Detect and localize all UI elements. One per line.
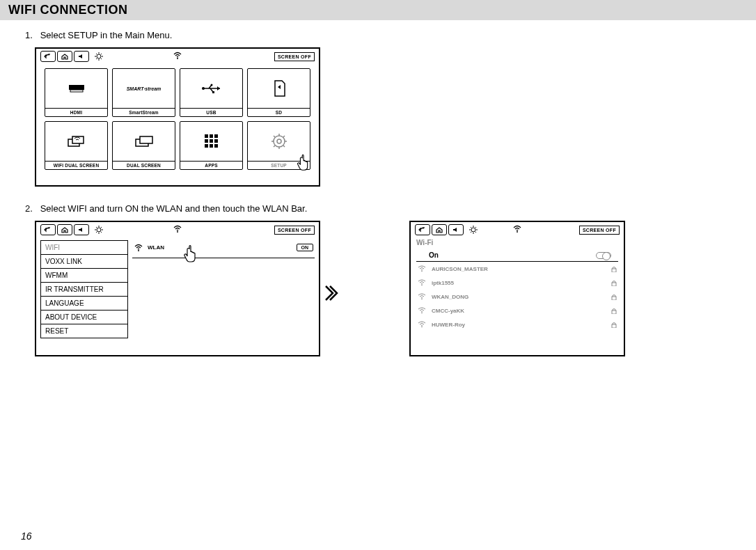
network-row[interactable]: CMCC-yaKK — [416, 304, 618, 317]
wifi-dual-icon — [45, 122, 107, 161]
screen-off-button[interactable]: SCREEN OFF — [579, 226, 620, 235]
tile-wifi-dual-label: WIFI DUAL SCREEN — [45, 161, 107, 169]
wifi-icon — [418, 265, 426, 272]
network-row[interactable]: iptk1555 — [416, 276, 618, 290]
wifi-icon — [134, 244, 143, 252]
svg-line-45 — [101, 232, 102, 233]
svg-line-57 — [471, 232, 471, 233]
sidebar-item-wifi[interactable]: WIFI — [41, 241, 127, 255]
brightness-icon[interactable] — [92, 51, 106, 62]
network-row[interactable]: AURICSON_MASTER — [416, 262, 618, 276]
network-row[interactable]: WKAN_DONG — [416, 290, 618, 304]
svg-line-58 — [475, 227, 476, 228]
wifi-icon — [512, 223, 522, 236]
sd-icon — [248, 69, 310, 108]
step-2-num: 2. — [25, 203, 38, 214]
home-icon[interactable] — [57, 224, 72, 235]
svg-rect-67 — [612, 311, 616, 314]
tile-apps-label: APPS — [180, 161, 242, 169]
arrow-right-icon — [320, 283, 340, 303]
home-icon[interactable] — [57, 51, 72, 62]
wifi-list-screenshot: SCREEN OFF Wi-Fi On AURICSON_MASTER iptk… — [409, 221, 625, 356]
svg-line-55 — [471, 227, 471, 228]
wlan-bar[interactable]: WLAN ON — [132, 240, 315, 258]
network-name: HUWER-Roy — [432, 322, 465, 328]
svg-line-38 — [283, 136, 285, 137]
svg-point-59 — [517, 231, 518, 233]
wifi-toggle[interactable] — [596, 252, 611, 259]
back-icon[interactable] — [40, 51, 56, 62]
svg-point-9 — [177, 58, 178, 59]
svg-rect-24 — [210, 139, 213, 143]
svg-rect-21 — [210, 134, 213, 138]
home-icon[interactable] — [432, 224, 447, 235]
wifi-icon — [418, 307, 426, 314]
sidebar-item-ir[interactable]: IR TRANSMITTER — [41, 283, 127, 297]
svg-rect-10 — [69, 85, 84, 90]
svg-line-47 — [101, 227, 102, 228]
tile-sd[interactable]: SD — [247, 68, 310, 117]
svg-line-7 — [96, 58, 97, 59]
wifi-on-row[interactable]: On — [416, 249, 618, 262]
svg-rect-26 — [205, 144, 208, 148]
svg-point-14 — [210, 84, 212, 86]
svg-point-62 — [421, 285, 423, 286]
svg-line-46 — [96, 232, 97, 233]
hdmi-icon — [45, 69, 107, 108]
svg-rect-27 — [210, 144, 213, 148]
network-row[interactable]: HUWER-Roy — [416, 317, 618, 331]
tile-usb-label: USB — [180, 108, 242, 116]
tile-usb[interactable]: USB — [180, 68, 243, 117]
svg-rect-25 — [214, 139, 218, 143]
volume-icon[interactable] — [448, 224, 464, 235]
svg-point-49 — [138, 250, 139, 251]
smartstream-icon: SMART·stream — [113, 69, 175, 108]
sidebar-item-voxx[interactable]: VOXX LINK — [41, 255, 127, 269]
svg-rect-23 — [205, 139, 208, 143]
tile-apps[interactable]: APPS — [180, 121, 243, 170]
wlan-on-pill[interactable]: ON — [297, 244, 314, 251]
svg-rect-28 — [214, 144, 218, 148]
tile-hdmi[interactable]: HDMI — [45, 68, 108, 117]
volume-icon[interactable] — [74, 51, 89, 62]
wifi-icon — [173, 50, 182, 63]
svg-rect-63 — [612, 283, 616, 286]
lock-icon — [611, 322, 617, 328]
back-icon[interactable] — [40, 224, 56, 235]
svg-rect-19 — [140, 136, 152, 143]
section-title: WIFI CONNECTION — [0, 0, 756, 20]
sidebar-item-language[interactable]: LANGUAGE — [41, 297, 127, 311]
hand-cursor-icon — [294, 152, 314, 172]
svg-line-35 — [274, 136, 275, 137]
sidebar-item-reset[interactable]: RESET — [41, 324, 127, 338]
tile-hdmi-label: HDMI — [45, 108, 107, 116]
svg-line-56 — [475, 232, 476, 233]
step-1: 1. Select SETUP in the Main Menu. — [25, 30, 735, 40]
svg-point-29 — [274, 136, 285, 147]
tile-dual-screen[interactable]: DUAL SCREEN — [112, 121, 175, 170]
tile-wifi-dual-screen[interactable]: WIFI DUAL SCREEN — [45, 121, 108, 170]
svg-rect-15 — [212, 91, 214, 93]
screen-off-button[interactable]: SCREEN OFF — [274, 52, 315, 61]
svg-rect-11 — [70, 90, 83, 92]
panel-header: SCREEN OFF — [411, 222, 624, 237]
svg-line-37 — [274, 146, 275, 147]
svg-line-36 — [283, 146, 285, 147]
svg-line-5 — [96, 54, 97, 54]
screen-off-button[interactable]: SCREEN OFF — [274, 226, 315, 235]
back-icon[interactable] — [415, 224, 430, 235]
svg-point-48 — [177, 231, 178, 233]
brightness-icon[interactable] — [466, 224, 480, 235]
tile-setup[interactable]: SETUP — [247, 121, 310, 170]
brightness-icon[interactable] — [92, 224, 106, 235]
panel-header: SCREEN OFF — [36, 49, 319, 64]
svg-rect-69 — [612, 324, 616, 328]
main-menu-screenshot: SCREEN OFF HDMI SMART·stream SmartStream… — [35, 47, 320, 187]
lock-icon — [611, 308, 617, 314]
sidebar-item-about[interactable]: ABOUT DEVICE — [41, 311, 127, 324]
wifi-icon — [418, 293, 426, 300]
svg-point-0 — [97, 54, 101, 58]
sidebar-item-wfmm[interactable]: WFMM — [41, 269, 127, 283]
volume-icon[interactable] — [74, 224, 89, 235]
tile-smartstream[interactable]: SMART·stream SmartStream — [112, 68, 175, 117]
